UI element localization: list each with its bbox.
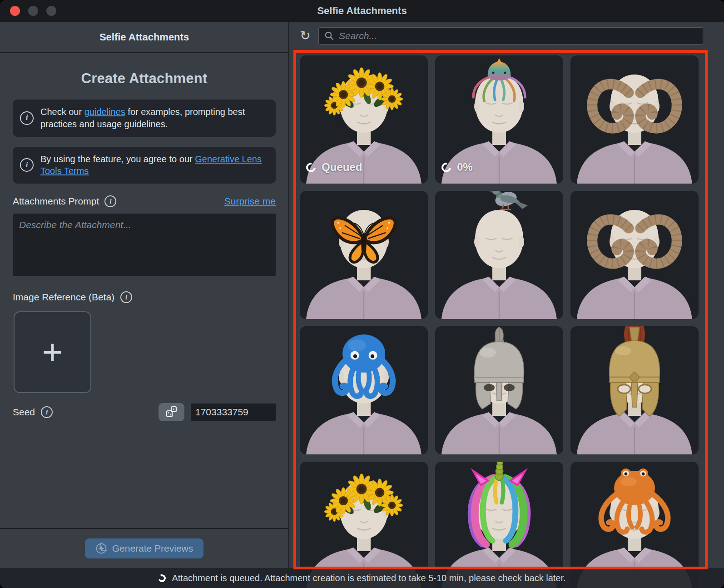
app-window: Selfie Attachments Selfie Attachments Cr… [0,0,724,588]
window-title: Selfie Attachments [0,5,724,17]
info-icon[interactable]: i [120,291,132,303]
sidebar-footer: Generate Previews [0,528,288,568]
generate-sparkle-icon [95,543,107,554]
grid-cell-pigeon[interactable] [435,191,563,319]
attachments-prompt-label: Attachments Prompt [13,196,99,207]
attachments-panel: ↻ Queued [290,22,724,588]
grid-cell-butterfly[interactable] [300,191,428,319]
status-bar: Attachment is queued. Attachment creatio… [0,568,724,588]
spinner-icon [157,573,167,583]
info-text-pre: By using the feature, you agree to our [40,154,195,164]
blue-octopus-preview [300,326,428,454]
grid-cell-ram-horns[interactable] [570,191,699,319]
progress-status-label: 0% [457,161,473,174]
search-input[interactable] [339,30,697,41]
grid-cell-blue-octopus[interactable] [300,326,428,454]
guidelines-info-text: Check our guidelines for examples, promp… [40,106,268,130]
info-text-pre: Check our [40,107,84,117]
gold-helmet-attachment [610,326,660,416]
butterfly-preview [300,191,428,319]
silver-helmet-preview [435,326,563,454]
terms-info-box: i By using the feature, you agree to our… [13,147,276,184]
plus-icon: + [42,334,63,370]
grid-cell-silver-helmet[interactable] [435,326,563,454]
mannequin-base [441,210,557,319]
image-reference-row: Image Reference (Beta) i [13,291,276,303]
search-toolbar: ↻ [290,22,724,50]
add-image-reference-button[interactable]: + [14,311,91,393]
info-icon: i [20,158,34,172]
mannequin-base [306,210,422,319]
seed-input[interactable] [191,404,276,421]
progress-status-label: Queued [322,161,362,174]
grid-cell-gold-helmet[interactable] [570,326,699,454]
silver-helmet-attachment [475,327,524,409]
ram-horns-preview [570,191,699,319]
status-message: Attachment is queued. Attachment creatio… [172,573,565,583]
progress-status: Queued [306,161,362,174]
search-icon [324,31,334,41]
prompt-label-row: Attachments Prompt i Surprise me [13,195,276,207]
seed-row: Seed i [13,403,276,421]
refresh-icon: ↻ [300,29,310,43]
seed-label: Seed [13,407,35,418]
pigeon-attachment [489,191,528,209]
info-icon: i [20,111,34,125]
pigeon-preview [435,191,563,319]
attachment-prompt-input[interactable] [13,214,276,276]
guidelines-link[interactable]: guidelines [84,107,125,117]
spinner-icon [304,160,317,174]
refresh-button[interactable]: ↻ [298,30,313,42]
spinner-icon [440,160,453,174]
titlebar: Selfie Attachments [0,0,724,22]
gold-helmet-preview [570,326,699,454]
grid-cell-sunflower-crown[interactable]: Queued [300,55,428,184]
guidelines-info-box: i Check our guidelines for examples, pro… [13,100,276,137]
generate-previews-label: Generate Previews [112,543,193,554]
sidebar-header-title: Selfie Attachments [0,22,288,53]
sidebar-body: Create Attachment i Check our guidelines… [0,70,288,421]
terms-info-text: By using the feature, you agree to our G… [40,153,268,178]
progress-status: 0% [441,161,473,174]
dice-icon [165,405,179,419]
image-reference-label: Image Reference (Beta) [13,292,114,303]
grid-cell-rainbow-octopus[interactable]: 0% [435,55,563,184]
sidebar: Selfie Attachments Create Attachment i C… [0,22,289,588]
attachment-grid: Queued 0% [300,55,699,588]
ram-horns-preview [570,55,699,184]
generate-previews-button[interactable]: Generate Previews [85,538,204,558]
info-icon[interactable]: i [41,406,53,418]
search-box[interactable] [318,27,703,45]
page-title: Create Attachment [13,70,276,87]
grid-cell-ram-horns[interactable] [570,55,699,184]
randomize-seed-button[interactable] [159,403,184,421]
info-icon[interactable]: i [104,195,116,207]
surprise-me-link[interactable]: Surprise me [224,196,276,207]
